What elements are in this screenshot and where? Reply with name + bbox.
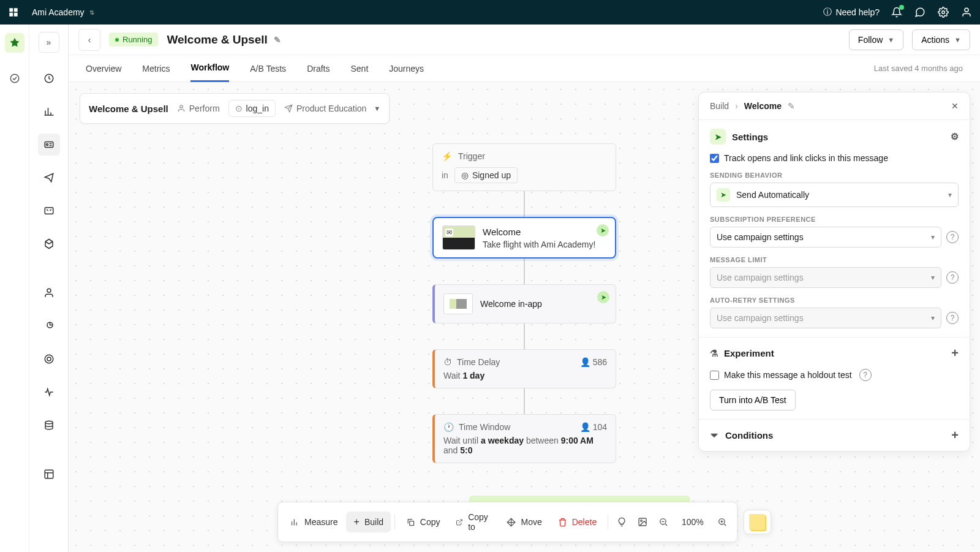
svg-point-4: [46, 144, 48, 146]
measure-mode-button[interactable]: Measure: [283, 512, 345, 532]
nav-dashboard[interactable]: [38, 67, 60, 89]
close-panel-button[interactable]: ✕: [951, 101, 959, 111]
trigger-icon: ⚡: [442, 151, 452, 161]
tab-sent[interactable]: Sent: [350, 55, 368, 82]
trigger-event-chip[interactable]: ⊙log_in: [228, 100, 276, 117]
nav-analytics[interactable]: [38, 100, 60, 123]
panel-title: Welcome: [744, 101, 782, 111]
collapse-nav-button[interactable]: »: [39, 32, 59, 53]
notifications-button[interactable]: [891, 6, 903, 18]
help-icon[interactable]: ?: [946, 312, 959, 324]
email-thumbnail: [442, 225, 475, 250]
move-button[interactable]: Move: [499, 512, 549, 532]
tips-button[interactable]: [612, 512, 631, 532]
build-mode-button[interactable]: +Build: [347, 512, 391, 532]
inapp-thumbnail: [443, 293, 473, 314]
node-trigger[interactable]: ⚡Trigger in◎Signed up: [432, 143, 616, 191]
tab-workflow[interactable]: Workflow: [190, 55, 229, 82]
node-welcome-inapp[interactable]: Welcome in-app ➤: [432, 284, 616, 323]
node-time-window[interactable]: 🕐Time Window 👤104 Wait until a weekday b…: [432, 414, 616, 463]
tab-overview[interactable]: Overview: [86, 55, 121, 82]
timer-icon: ⏱: [443, 357, 452, 367]
perform-label: Perform: [177, 104, 220, 113]
svg-rect-10: [409, 521, 413, 525]
nav-transactional[interactable]: [38, 200, 60, 222]
zoom-level[interactable]: 100%: [674, 512, 711, 532]
workflow-canvas[interactable]: Welcome & Upsell Perform ⊙log_in Product…: [69, 82, 980, 552]
calendar-icon: 🕐: [443, 422, 454, 432]
nav-campaigns[interactable]: [38, 134, 60, 156]
nav-activity[interactable]: [38, 348, 60, 370]
zoom-in-button[interactable]: [712, 512, 732, 532]
add-icon[interactable]: +: [951, 346, 959, 360]
zoom-out-button[interactable]: [654, 512, 673, 532]
product-rail: [0, 25, 29, 552]
tab-metrics[interactable]: Metrics: [142, 55, 170, 82]
message-limit-select[interactable]: Use campaign settings▾: [710, 267, 941, 288]
copy-button[interactable]: Copy: [399, 512, 448, 532]
svg-point-6: [45, 355, 53, 363]
subscription-select[interactable]: Use campaign settings▾: [710, 227, 941, 248]
segment-pill: ◎Signed up: [454, 167, 518, 183]
help-icon[interactable]: ?: [946, 271, 959, 284]
node-time-delay[interactable]: ⏱Time Delay 👤586 Wait 1 day: [432, 349, 616, 388]
people-icon: 👤: [580, 422, 590, 432]
sending-behavior-select[interactable]: ➤Send Automatically▾: [710, 183, 959, 207]
node-welcome-email[interactable]: Welcome Take flight with Ami Academy! ➤: [432, 217, 616, 259]
flask-icon: ⚗: [710, 348, 718, 359]
nav-deliveries[interactable]: [38, 233, 60, 255]
nav-pulse[interactable]: [38, 381, 60, 403]
copy-to-button[interactable]: Copy to: [449, 507, 499, 537]
sticky-notes-button[interactable]: [744, 510, 771, 534]
canvas-toolbar: Welcome & Upsell Perform ⊙log_in Product…: [80, 93, 390, 124]
workflow-name: Welcome & Upsell: [89, 104, 168, 114]
minimap-button[interactable]: [633, 512, 652, 532]
chevron-down-icon: ▼: [888, 36, 894, 43]
chevron-updown-icon: ⇅: [89, 9, 94, 16]
nav-rail: »: [29, 25, 69, 552]
panel-breadcrumb[interactable]: Build: [710, 101, 729, 111]
send-auto-icon: ➤: [597, 291, 609, 303]
profile-button[interactable]: [960, 6, 973, 18]
product-pipelines[interactable]: [5, 69, 24, 88]
help-icon: ⓘ: [823, 7, 832, 18]
actions-button[interactable]: Actions ▼: [912, 29, 970, 50]
workspace-name: Ami Academy: [32, 7, 85, 17]
help-icon[interactable]: ?: [946, 231, 959, 243]
nav-people[interactable]: [38, 282, 60, 304]
last-saved: Last saved 4 months ago: [874, 64, 963, 73]
follow-button[interactable]: Follow ▼: [849, 29, 903, 50]
nav-data[interactable]: [38, 414, 60, 436]
svg-point-12: [641, 520, 643, 522]
turn-into-ab-button[interactable]: Turn into A/B Test: [710, 390, 796, 410]
chevron-down-icon: ▼: [954, 36, 961, 43]
send-icon: ➤: [710, 129, 726, 145]
product-journeys[interactable]: [5, 33, 24, 53]
edit-icon[interactable]: ✎: [788, 101, 795, 111]
segment-chip[interactable]: Product Education▼: [284, 104, 380, 113]
tab-drafts[interactable]: Drafts: [307, 55, 330, 82]
holdout-checkbox[interactable]: Make this message a holdout test?: [710, 369, 959, 381]
nav-segments[interactable]: [38, 315, 60, 337]
send-auto-icon: ➤: [597, 224, 609, 236]
nav-broadcasts[interactable]: [38, 167, 60, 189]
delete-button[interactable]: Delete: [551, 512, 604, 532]
chat-button[interactable]: [914, 6, 926, 18]
svg-point-0: [942, 11, 945, 14]
filter-icon: ⏷: [710, 430, 719, 440]
workspace-switcher[interactable]: Ami Academy ⇅: [32, 7, 94, 17]
app-logo[interactable]: [7, 6, 21, 19]
svg-rect-9: [45, 470, 53, 478]
back-button[interactable]: ‹: [78, 29, 100, 51]
edit-title-icon[interactable]: ✎: [274, 35, 281, 45]
tab-abtests[interactable]: A/B Tests: [250, 55, 286, 82]
tabs: Overview Metrics Workflow A/B Tests Draf…: [69, 55, 980, 82]
help-link[interactable]: ⓘ Need help?: [823, 7, 880, 18]
add-icon[interactable]: +: [951, 428, 959, 442]
tab-journeys[interactable]: Journeys: [389, 55, 424, 82]
settings-button[interactable]: [937, 6, 949, 18]
auto-retry-select[interactable]: Use campaign settings▾: [710, 308, 941, 328]
nav-content[interactable]: [38, 463, 60, 485]
sliders-icon[interactable]: ⚙: [951, 131, 959, 142]
track-opens-checkbox[interactable]: Track opens and link clicks in this mess…: [710, 153, 959, 163]
